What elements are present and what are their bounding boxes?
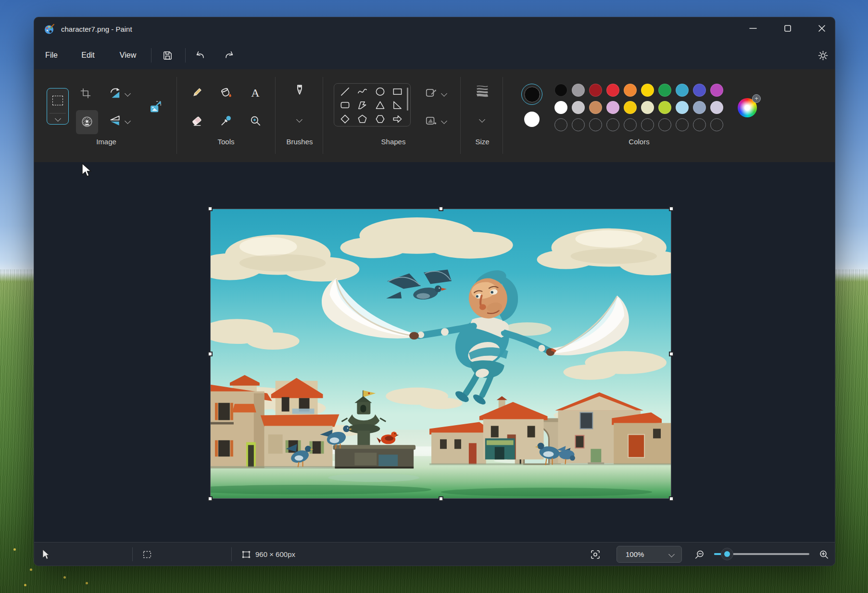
chevron-down-icon[interactable] [125,118,131,124]
custom-color-slot[interactable] [676,118,689,131]
save-icon[interactable] [159,47,176,64]
pencil-icon[interactable] [187,83,206,102]
custom-color-slot[interactable] [572,118,585,131]
custom-color-slot[interactable] [606,118,619,131]
shape-oval[interactable] [371,85,389,99]
text-icon[interactable]: A [246,83,265,102]
color-swatch[interactable] [641,101,654,114]
stroke-size-icon[interactable] [473,81,492,100]
color-swatch[interactable] [693,101,706,114]
magnifier-plus-icon[interactable] [818,543,830,566]
color-swatch[interactable] [676,101,689,114]
selection-handle-bottom-right[interactable] [669,496,674,501]
color-swatch[interactable] [624,84,637,97]
wildflowers [13,548,16,551]
color-swatch[interactable] [658,84,671,97]
rotate-icon[interactable] [105,84,125,103]
shape-pentagon[interactable] [354,112,372,126]
shape-arrow-right[interactable] [389,112,407,126]
flip-icon[interactable] [105,111,125,130]
selection-handle-bottom-center[interactable] [439,496,443,501]
selection-handle-top-right[interactable] [669,206,674,211]
eraser-icon[interactable] [187,111,206,130]
magnifier-icon[interactable] [246,111,265,130]
color-picker-icon[interactable] [216,111,236,130]
cursor-pointer-icon [41,543,50,566]
color-swatch[interactable] [572,101,585,114]
color-swatch[interactable] [624,101,637,114]
custom-color-slot[interactable] [554,118,567,131]
redo-icon[interactable] [221,47,238,64]
color-swatch[interactable] [589,84,602,97]
chevron-down-icon[interactable] [55,115,61,122]
shape-line[interactable] [336,85,354,99]
color-swatch[interactable] [641,84,654,97]
shape-triangle[interactable] [371,99,389,113]
selection-handle-bottom-left[interactable] [208,496,213,501]
color-swatch[interactable] [693,84,706,97]
chevron-down-icon[interactable] [441,118,447,124]
fill-bucket-icon[interactable] [216,83,236,102]
color-swatch[interactable] [554,84,567,97]
shape-polygon[interactable] [354,99,372,113]
close-button[interactable] [811,19,833,38]
menu-file[interactable]: File [40,48,63,63]
chevron-down-icon[interactable] [441,90,447,97]
custom-color-slot[interactable] [624,118,637,131]
add-color-icon[interactable]: + [752,94,761,103]
custom-color-slot[interactable] [710,118,723,131]
magnifier-minus-icon[interactable] [694,543,705,566]
chevron-down-icon[interactable] [479,116,485,123]
fit-to-screen-icon[interactable] [590,543,601,566]
color-swatch[interactable] [658,101,671,114]
custom-color-slot[interactable] [658,118,671,131]
color-swatch[interactable] [710,101,723,114]
color-swatch[interactable] [589,101,602,114]
undo-icon[interactable] [191,47,209,64]
statusbar: 960 × 600px 100% [34,542,835,566]
chevron-down-icon[interactable] [296,116,302,123]
color-swatch[interactable] [554,101,567,114]
shape-rectangle[interactable] [389,85,407,99]
color-swatch[interactable] [606,84,619,97]
color-swatch[interactable] [676,84,689,97]
shape-outline-icon[interactable] [421,83,440,102]
brush-icon[interactable] [290,81,309,100]
crop-icon[interactable] [76,84,95,103]
zoom-slider[interactable] [714,553,809,555]
shape-curve[interactable] [354,85,372,99]
chevron-down-icon[interactable] [125,90,131,97]
selection-handle-top-center[interactable] [439,206,443,211]
color2-button[interactable] [524,112,540,127]
zoom-dropdown[interactable]: 100% [616,546,682,563]
shape-hexagon[interactable] [371,112,389,126]
divider [132,547,133,561]
selection-handle-top-left[interactable] [208,206,213,211]
divider [185,48,186,63]
minimize-button[interactable] [742,19,764,38]
color-swatch[interactable] [572,84,585,97]
selection-handle-middle-right[interactable] [669,352,674,356]
shape-right-triangle[interactable] [389,99,407,113]
selection-tool-button[interactable] [47,88,69,125]
remove-background-button[interactable] [76,110,98,134]
resize-icon[interactable] [146,97,165,116]
menu-edit[interactable]: Edit [75,48,101,63]
color1-button[interactable] [521,84,542,105]
shapes-scrollbar[interactable] [407,88,408,111]
custom-color-slot[interactable] [693,118,706,131]
shape-diamond[interactable] [336,112,354,126]
custom-color-slot[interactable] [641,118,654,131]
zoom-slider-thumb[interactable] [721,548,733,560]
shape-rounded-rectangle[interactable] [336,99,354,113]
color-swatch[interactable] [710,84,723,97]
selection-handle-middle-left[interactable] [208,352,213,356]
custom-color-slot[interactable] [589,118,602,131]
titlebar[interactable]: character7.png - Paint [34,17,835,41]
maximize-button[interactable] [777,19,799,38]
canvas-image[interactable] [210,209,671,499]
color-swatch[interactable] [606,101,619,114]
gear-icon[interactable] [814,47,831,64]
menu-view[interactable]: View [113,48,143,63]
shape-fill-icon[interactable] [421,111,440,130]
